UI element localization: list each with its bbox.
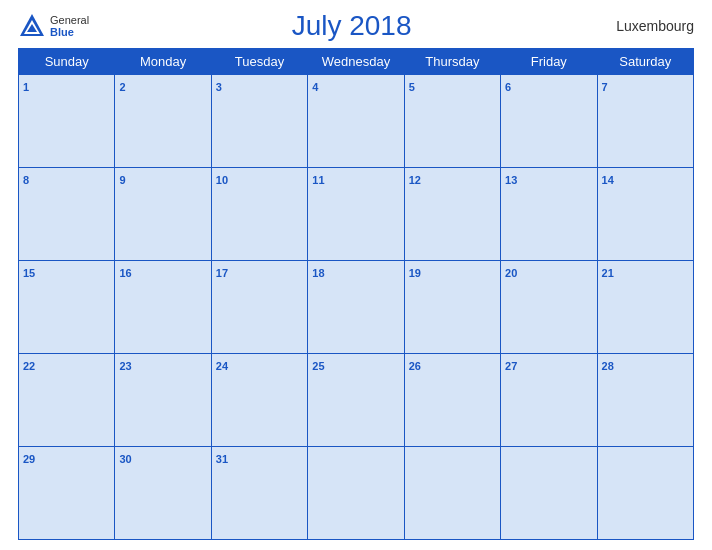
calendar-header: General Blue July 2018 Luxembourg (18, 10, 694, 42)
day-number: 27 (505, 360, 517, 372)
calendar-day-cell: 31 (211, 447, 307, 540)
logo: General Blue (18, 12, 89, 40)
calendar-day-cell: 23 (115, 354, 211, 447)
header-tuesday: Tuesday (211, 49, 307, 75)
calendar-day-cell (501, 447, 597, 540)
day-number: 30 (119, 453, 131, 465)
calendar-day-cell: 3 (211, 75, 307, 168)
calendar-day-cell (404, 447, 500, 540)
weekday-header-row: Sunday Monday Tuesday Wednesday Thursday… (19, 49, 694, 75)
calendar-day-cell: 17 (211, 261, 307, 354)
calendar-week-row: 22232425262728 (19, 354, 694, 447)
day-number: 15 (23, 267, 35, 279)
day-number: 25 (312, 360, 324, 372)
day-number: 29 (23, 453, 35, 465)
day-number: 24 (216, 360, 228, 372)
day-number: 17 (216, 267, 228, 279)
header-thursday: Thursday (404, 49, 500, 75)
day-number: 21 (602, 267, 614, 279)
logo-text: General Blue (50, 14, 89, 38)
calendar-day-cell: 12 (404, 168, 500, 261)
calendar-day-cell: 1 (19, 75, 115, 168)
calendar-day-cell: 29 (19, 447, 115, 540)
calendar-day-cell (597, 447, 693, 540)
calendar-day-cell: 25 (308, 354, 404, 447)
day-number: 28 (602, 360, 614, 372)
calendar-day-cell (308, 447, 404, 540)
calendar-day-cell: 2 (115, 75, 211, 168)
calendar-week-row: 1234567 (19, 75, 694, 168)
day-number: 10 (216, 174, 228, 186)
logo-icon (18, 12, 46, 40)
day-number: 13 (505, 174, 517, 186)
calendar-week-row: 15161718192021 (19, 261, 694, 354)
calendar-day-cell: 5 (404, 75, 500, 168)
calendar-page: General Blue July 2018 Luxembourg Sunday… (0, 0, 712, 550)
calendar-day-cell: 16 (115, 261, 211, 354)
header-wednesday: Wednesday (308, 49, 404, 75)
day-number: 20 (505, 267, 517, 279)
calendar-day-cell: 9 (115, 168, 211, 261)
day-number: 31 (216, 453, 228, 465)
calendar-day-cell: 13 (501, 168, 597, 261)
calendar-day-cell: 26 (404, 354, 500, 447)
day-number: 19 (409, 267, 421, 279)
calendar-day-cell: 24 (211, 354, 307, 447)
calendar-day-cell: 6 (501, 75, 597, 168)
calendar-day-cell: 4 (308, 75, 404, 168)
day-number: 23 (119, 360, 131, 372)
day-number: 4 (312, 81, 318, 93)
day-number: 1 (23, 81, 29, 93)
calendar-day-cell: 8 (19, 168, 115, 261)
calendar-week-row: 293031 (19, 447, 694, 540)
day-number: 7 (602, 81, 608, 93)
header-friday: Friday (501, 49, 597, 75)
day-number: 12 (409, 174, 421, 186)
calendar-day-cell: 30 (115, 447, 211, 540)
day-number: 2 (119, 81, 125, 93)
day-number: 11 (312, 174, 324, 186)
day-number: 26 (409, 360, 421, 372)
day-number: 8 (23, 174, 29, 186)
calendar-day-cell: 11 (308, 168, 404, 261)
calendar-day-cell: 14 (597, 168, 693, 261)
day-number: 3 (216, 81, 222, 93)
header-sunday: Sunday (19, 49, 115, 75)
day-number: 5 (409, 81, 415, 93)
day-number: 6 (505, 81, 511, 93)
day-number: 16 (119, 267, 131, 279)
header-saturday: Saturday (597, 49, 693, 75)
calendar-day-cell: 18 (308, 261, 404, 354)
header-monday: Monday (115, 49, 211, 75)
calendar-table: Sunday Monday Tuesday Wednesday Thursday… (18, 48, 694, 540)
day-number: 9 (119, 174, 125, 186)
calendar-day-cell: 21 (597, 261, 693, 354)
calendar-day-cell: 28 (597, 354, 693, 447)
calendar-day-cell: 7 (597, 75, 693, 168)
country-label: Luxembourg (614, 18, 694, 34)
calendar-day-cell: 10 (211, 168, 307, 261)
day-number: 22 (23, 360, 35, 372)
day-number: 14 (602, 174, 614, 186)
calendar-day-cell: 20 (501, 261, 597, 354)
calendar-week-row: 891011121314 (19, 168, 694, 261)
day-number: 18 (312, 267, 324, 279)
calendar-title: July 2018 (89, 10, 614, 42)
calendar-day-cell: 27 (501, 354, 597, 447)
calendar-day-cell: 15 (19, 261, 115, 354)
calendar-day-cell: 19 (404, 261, 500, 354)
logo-general-text: General (50, 14, 89, 26)
logo-blue-text: Blue (50, 26, 89, 38)
calendar-day-cell: 22 (19, 354, 115, 447)
